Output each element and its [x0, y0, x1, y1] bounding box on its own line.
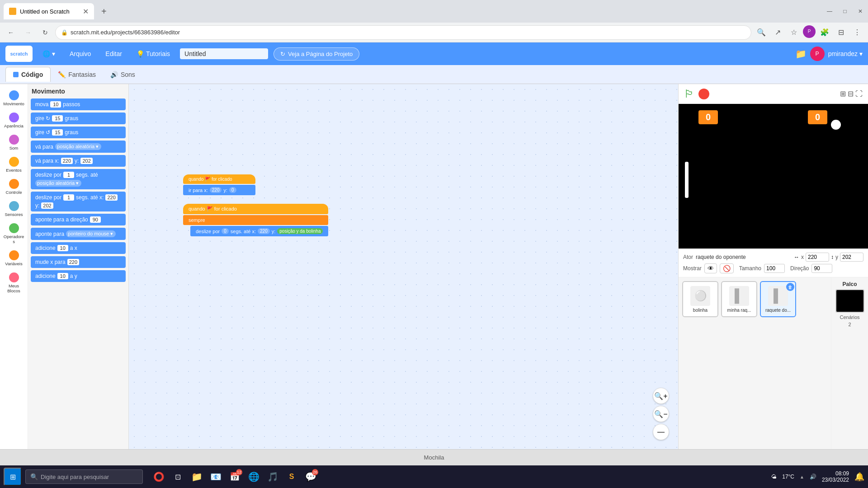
sidebar-icon-btn[interactable]: ⊟ — [834, 25, 848, 40]
block-input-dir[interactable]: 90 — [90, 216, 101, 223]
tab-close-icon[interactable]: ✕ — [83, 7, 89, 16]
category-movimento[interactable]: Movimento — [1, 88, 27, 109]
block-gire-ccw[interactable]: gire ↺ 15 graus — [31, 127, 126, 138]
sprite-minha-raquete[interactable]: ▌ minha raq... — [721, 281, 757, 317]
back-button[interactable]: ← — [4, 25, 18, 40]
va-para-dropdown[interactable]: posição aleatória ▾ — [55, 143, 101, 150]
browser-tab[interactable]: Untitled on Scratch ✕ — [4, 3, 94, 19]
view-page-button[interactable]: ↻ Veja a Página do Projeto — [274, 47, 359, 61]
folder-button[interactable]: 📁 — [795, 48, 807, 59]
block-aponte-para[interactable]: aponte para ponteiro do mouse ▾ — [31, 228, 126, 240]
large-stage-button[interactable]: ⊟ — [848, 89, 854, 98]
size-value-input[interactable] — [764, 264, 785, 273]
category-aparencia[interactable]: Aparência — [1, 110, 27, 131]
block-adicione-x[interactable]: adicione 10 a x — [31, 242, 126, 254]
volume-icon[interactable]: 🔊 — [810, 474, 816, 480]
block-deslize-xy[interactable]: deslize por 1 segs. até x: 220 y: 202 — [31, 192, 126, 211]
address-bar[interactable]: 🔒 scratch.mit.edu/projects/663863986/edi… — [55, 25, 751, 40]
tab-sounds[interactable]: 🔊 Sons — [103, 67, 142, 82]
zoom-out-button[interactable]: 🔍− — [653, 406, 669, 422]
green-flag-button[interactable]: 🏳 — [684, 88, 695, 100]
tab-code[interactable]: Código — [5, 67, 51, 82]
taskbar-task-view[interactable]: ⊡ — [169, 468, 186, 485]
show-button[interactable]: 👁 — [704, 263, 717, 273]
start-button[interactable]: ⊞ — [4, 468, 22, 486]
block-aponte-direcao[interactable]: aponte para a direção 90 — [31, 214, 126, 225]
code-canvas[interactable]: quando 🚩 for clicado ir para x: 220 y: 0… — [129, 84, 678, 449]
search-icon-btn[interactable]: 🔍 — [754, 25, 769, 40]
taskbar-app-badge[interactable]: 📅12 — [226, 468, 243, 485]
category-som[interactable]: Som — [1, 132, 27, 153]
block-input-mude-x[interactable]: 220 — [67, 259, 79, 265]
scratch-logo[interactable]: scratch — [5, 46, 33, 62]
aponte-dropdown[interactable]: ponteiro do mouse ▾ — [66, 230, 116, 237]
hide-button[interactable]: 🚫 — [720, 263, 734, 273]
close-icon[interactable]: ✕ — [856, 7, 864, 15]
small-stage-button[interactable]: ⊞ — [840, 89, 846, 98]
script-group-1[interactable]: quando 🚩 for clicado ir para x: 220 y: 0 — [183, 174, 255, 195]
taskbar-scratch[interactable]: S — [283, 468, 300, 485]
menu-icon-btn[interactable]: ⋮ — [850, 25, 864, 40]
taskbar-whatsapp-badge[interactable]: 💬26 — [302, 468, 319, 485]
category-meus-blocos[interactable]: Meus Blocos — [1, 270, 27, 296]
block-input-passos[interactable]: 10 — [50, 101, 61, 108]
block-mova[interactable]: mova 10 passos — [31, 99, 126, 110]
extensions-icon-btn[interactable]: 🧩 — [817, 25, 832, 40]
block-mude-x[interactable]: mude x para 220 — [31, 256, 126, 268]
block-input-segs1[interactable]: 1 — [63, 172, 74, 178]
category-controle[interactable]: Controle — [1, 176, 27, 197]
category-variaveis[interactable]: Variáveis — [1, 248, 27, 269]
taskbar-search[interactable]: 🔍 Digite aqui para pesquisar — [25, 469, 143, 484]
taskbar-chrome[interactable]: 🌐 — [245, 468, 262, 485]
script-group-2[interactable]: quando 🚩 for clicado sempre deslize por … — [183, 204, 328, 236]
block-input-add-x[interactable]: 10 — [57, 245, 68, 251]
y-value-input[interactable] — [840, 253, 863, 262]
forward-button[interactable]: → — [21, 25, 35, 40]
sprite-bolinha[interactable]: ⚪ bolinha — [682, 281, 718, 317]
profile-avatar[interactable]: P — [803, 25, 816, 38]
nav-arquivo[interactable]: Arquivo — [65, 48, 95, 59]
category-sensores[interactable]: Sensores — [1, 198, 27, 220]
block-input-y2[interactable]: 202 — [41, 202, 53, 209]
share-icon-btn[interactable]: ↗ — [770, 25, 785, 40]
username-button[interactable]: pmirandez ▾ — [828, 50, 863, 57]
deslize-dropdown[interactable]: posição aleatória ▾ — [35, 180, 81, 187]
block-input-gire2[interactable]: 15 — [52, 129, 63, 136]
taskbar-explorer[interactable]: 📁 — [188, 468, 205, 485]
x-value-input[interactable] — [806, 253, 829, 262]
block-input-y1[interactable]: 202 — [80, 158, 92, 164]
minimize-icon[interactable]: — — [826, 7, 834, 15]
taskbar-mail[interactable]: 📧 — [207, 468, 224, 485]
mochila-bar[interactable]: Mochila — [0, 449, 868, 465]
bookmark-icon-btn[interactable]: ☆ — [787, 25, 801, 40]
taskbar-cortana[interactable]: ⭕ — [150, 468, 167, 485]
scratch-globe-btn[interactable]: 🌐 ▾ — [38, 48, 60, 59]
project-name-input[interactable] — [180, 48, 268, 59]
block-adicione-y[interactable]: adicione 10 a y — [31, 270, 126, 282]
stop-button[interactable] — [698, 89, 709, 99]
category-eventos[interactable]: Eventos — [1, 154, 27, 175]
sprite-delete-button[interactable]: 🗑 — [786, 283, 794, 291]
block-input-add-y[interactable]: 10 — [57, 273, 68, 279]
refresh-button[interactable]: ↻ — [38, 25, 52, 40]
block-deslize-dropdown[interactable]: deslize por 1 segs. até posição aleatóri… — [31, 169, 126, 189]
backdrop-thumbnail[interactable] — [835, 289, 864, 313]
dir-value-input[interactable] — [811, 264, 832, 273]
block-input-segs2[interactable]: 1 — [63, 194, 74, 201]
maximize-icon[interactable]: □ — [841, 7, 849, 15]
taskbar-spotify[interactable]: 🎵 — [264, 468, 281, 485]
tab-costumes[interactable]: ✏️ Fantasias — [51, 67, 103, 82]
block-input-x2[interactable]: 220 — [105, 194, 117, 201]
zoom-reset-button[interactable]: — — [653, 424, 669, 440]
block-va-para-dropdown[interactable]: vá para posição aleatória ▾ — [31, 141, 126, 153]
fullscreen-button[interactable]: ⛶ — [855, 89, 863, 98]
user-avatar[interactable]: P — [810, 47, 825, 61]
block-gire-cw[interactable]: gire ↻ 15 graus — [31, 113, 126, 124]
nav-editar[interactable]: Editar — [101, 48, 127, 59]
block-input-gire1[interactable]: 15 — [52, 115, 63, 122]
sprite-raquete-oponente[interactable]: 🗑 ▌ raquete do... — [760, 281, 796, 317]
category-operadores[interactable]: Operadores — [1, 221, 27, 247]
block-va-para-xy[interactable]: vá para x: 220 y: 202 — [31, 155, 126, 167]
nav-tutoriais[interactable]: 💡 Tutoriais — [132, 48, 175, 59]
block-input-x1[interactable]: 220 — [61, 158, 73, 164]
